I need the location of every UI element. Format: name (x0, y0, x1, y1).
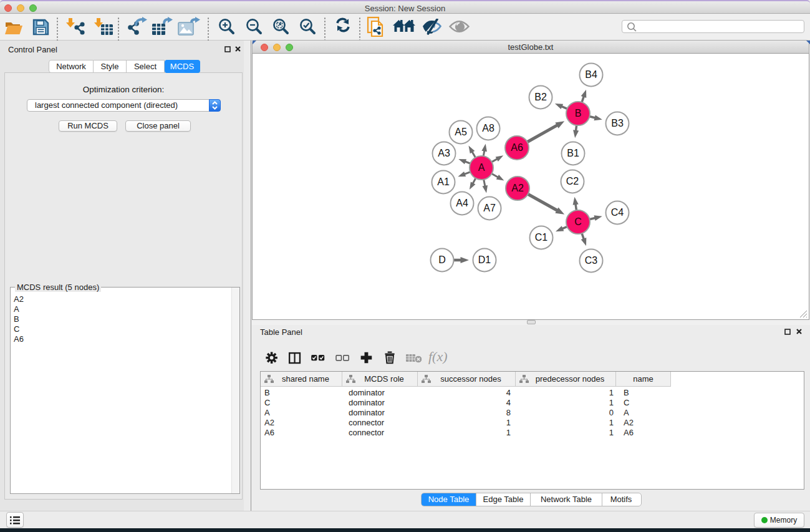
svg-text:D: D (438, 254, 446, 265)
svg-text:A1: A1 (437, 177, 450, 187)
svg-text:A3: A3 (438, 148, 450, 158)
svg-text:B2: B2 (534, 92, 547, 102)
svg-text:A5: A5 (455, 127, 467, 137)
svg-text:B1: B1 (567, 148, 579, 158)
svg-text:A4: A4 (456, 198, 468, 208)
svg-text:A6: A6 (511, 142, 523, 153)
svg-text:A: A (478, 162, 485, 173)
svg-text:B4: B4 (585, 69, 597, 80)
svg-text:C3: C3 (585, 255, 598, 266)
svg-text:D1: D1 (478, 254, 491, 265)
svg-text:A8: A8 (482, 123, 494, 133)
svg-text:A2: A2 (511, 183, 524, 193)
svg-text:C4: C4 (611, 207, 624, 218)
svg-text:C1: C1 (535, 232, 548, 243)
svg-text:A7: A7 (483, 203, 496, 213)
svg-text:B: B (575, 108, 582, 118)
svg-text:C: C (574, 216, 582, 227)
svg-text:C2: C2 (566, 176, 579, 186)
svg-text:B3: B3 (611, 118, 624, 128)
